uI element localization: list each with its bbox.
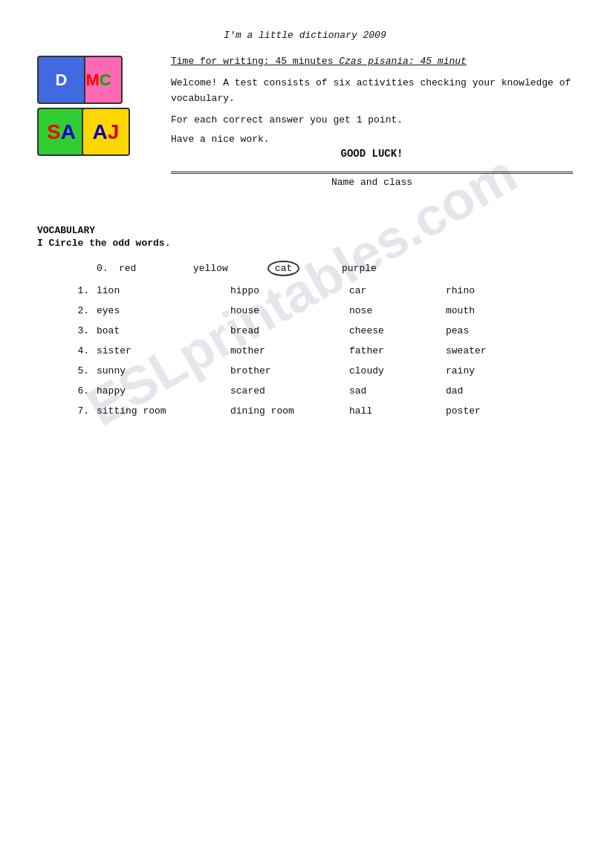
row7-col2: dining room	[230, 405, 349, 417]
vocab-row-6: 6. happy scared sad dad	[37, 385, 573, 397]
nice-work: Have a nice work.	[171, 134, 573, 145]
row-num-3: 3.	[37, 325, 97, 336]
vocab-row-3: 3. boat bread cheese peas	[37, 325, 573, 336]
vocab-title: VOCABULARY	[37, 225, 573, 236]
row1-col2: hippo	[230, 285, 349, 296]
row-num-6: 6.	[37, 385, 97, 397]
welcome-text-2: For each correct answer you get 1 point.	[171, 113, 573, 128]
double-line	[171, 172, 573, 174]
row-num-1: 1.	[37, 285, 97, 296]
vocab-row-5: 5. sunny brother cloudy rainy	[37, 365, 573, 376]
row5-col2: brother	[230, 365, 349, 376]
example-num: 0.	[97, 263, 119, 274]
row6-col4: dad	[446, 385, 542, 397]
example-row: 0. red yellow cat purple	[37, 261, 573, 276]
name-label: Name and class	[331, 177, 412, 188]
time-line-italic: Czas pisania: 45 minut	[339, 56, 467, 67]
vocab-row-1: 1. lion hippo car rhino	[37, 285, 573, 296]
vocab-section: VOCABULARY I Circle the odd words. 0. re…	[37, 225, 573, 417]
row-num-2: 2.	[37, 305, 97, 316]
welcome-text-1: Welcome! A test consists of six activiti…	[171, 76, 573, 107]
time-line-text: Time for writing: 45 minutes	[171, 56, 339, 67]
row4-col3: father	[349, 345, 446, 356]
vocab-row-2: 2. eyes house nose mouth	[37, 305, 573, 316]
time-line: Time for writing: 45 minutes Czas pisani…	[171, 56, 573, 67]
row-num-7: 7.	[37, 405, 97, 417]
row4-col2: mother	[230, 345, 349, 356]
row1-col4: rhino	[446, 285, 542, 296]
info-area: Time for writing: 45 minutes Czas pisani…	[171, 56, 573, 203]
row7-col1: sitting room	[97, 405, 230, 417]
row2-col4: mouth	[446, 305, 542, 316]
row-num-5: 5.	[37, 365, 97, 376]
row5-col1: sunny	[97, 365, 230, 376]
vocab-subtitle: I Circle the odd words.	[37, 238, 573, 249]
row2-col3: nose	[349, 305, 446, 316]
row7-col3: hall	[349, 405, 446, 417]
row7-col4: poster	[446, 405, 542, 417]
block-sa: SA	[37, 108, 85, 156]
name-line-row: Name and class	[171, 172, 573, 188]
row6-col1: happy	[97, 385, 230, 397]
row3-col4: peas	[446, 325, 542, 336]
row1-col1: lion	[97, 285, 230, 296]
row2-col2: house	[230, 305, 349, 316]
page-title: I'm a little dictionary 2009	[37, 30, 573, 41]
example-word-1: red	[119, 263, 193, 274]
row5-col4: rainy	[446, 365, 542, 376]
row6-col3: sad	[349, 385, 446, 397]
block-aj: AJ	[82, 108, 130, 156]
row3-col1: boat	[97, 325, 230, 336]
block-d: D	[37, 56, 85, 104]
row3-col3: cheese	[349, 325, 446, 336]
row1-col3: car	[349, 285, 446, 296]
header-area: MC D SA AJ Time for writing: 45 minutes …	[37, 56, 573, 203]
row4-col4: sweater	[446, 345, 542, 356]
example-word-4: purple	[342, 263, 416, 274]
row5-col3: cloudy	[349, 365, 446, 376]
name-section: Name and class	[171, 172, 573, 188]
good-luck: GOOD LUCK!	[171, 148, 573, 160]
vocab-row-4: 4. sister mother father sweater	[37, 345, 573, 356]
row-num-4: 4.	[37, 345, 97, 356]
row6-col2: scared	[230, 385, 349, 397]
vocab-row-7: 7. sitting room dining room hall poster	[37, 405, 573, 417]
row3-col2: bread	[230, 325, 349, 336]
example-circled: cat	[267, 261, 342, 276]
row2-col1: eyes	[97, 305, 230, 316]
row4-col1: sister	[97, 345, 230, 356]
example-word-2: yellow	[193, 263, 267, 274]
logo-blocks: MC D SA AJ	[37, 56, 156, 174]
